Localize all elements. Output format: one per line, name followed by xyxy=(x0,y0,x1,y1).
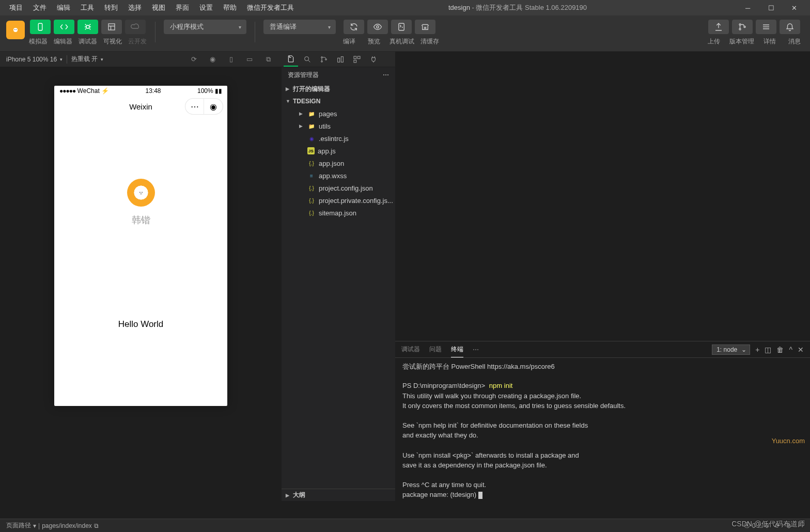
capsule-close-icon[interactable]: ◉ xyxy=(204,99,223,114)
wifi-icon: ⚡ xyxy=(101,87,109,95)
tree-item-utils[interactable]: ▶📁utils xyxy=(282,120,395,132)
debug-icon[interactable] xyxy=(333,52,348,67)
hotreload-select[interactable]: 热重载 开 xyxy=(71,55,103,64)
menu-帮助[interactable]: 帮助 xyxy=(218,1,242,14)
device-bar: iPhone 5 100% 16 热重载 开 ⟳ ◉ ▯ ▭ ⧉ xyxy=(0,52,282,67)
menu-设置[interactable]: 设置 xyxy=(194,1,218,14)
explorer-panel: 资源管理器 ⋯ ▶打开的编辑器 ▼TDESIGN ▶📁pages▶📁utils◉… xyxy=(282,52,395,501)
undock-icon[interactable]: ⧉ xyxy=(261,53,275,66)
tab-debugger[interactable]: 调试器 xyxy=(401,342,420,357)
svg-point-10 xyxy=(744,26,745,28)
maximize-terminal-icon[interactable]: ^ xyxy=(789,346,792,354)
debugger-label: 调试器 xyxy=(79,37,97,46)
git-icon[interactable] xyxy=(317,52,331,67)
upload-button[interactable] xyxy=(708,20,729,34)
menu-界面[interactable]: 界面 xyxy=(170,1,194,14)
svg-rect-22 xyxy=(354,60,356,62)
clearcache-button[interactable] xyxy=(415,20,435,34)
compile-select[interactable]: 普通编译 xyxy=(263,20,336,34)
open-editors-section[interactable]: ▶打开的编辑器 xyxy=(282,83,395,95)
phone-title: Weixin xyxy=(129,102,152,111)
refresh-icon[interactable]: ⟳ xyxy=(186,53,201,66)
project-section[interactable]: ▼TDESIGN xyxy=(282,95,395,107)
main-toolbar: 模拟器 编辑器 调试器 可视化 云开发 小程序模式 普通编译 编译 预览 真机调… xyxy=(0,15,810,52)
version-button[interactable] xyxy=(732,20,753,34)
tree-item-.eslintrc.js[interactable]: ◉.eslintrc.js xyxy=(282,132,395,145)
svg-point-8 xyxy=(739,24,741,25)
mobile-icon[interactable]: ▯ xyxy=(224,53,238,66)
editor-button[interactable] xyxy=(54,20,74,34)
tree-item-project.config.json[interactable]: {.}project.config.json xyxy=(282,182,395,194)
tree-item-app.wxss[interactable]: ≡app.wxss xyxy=(282,169,395,182)
svg-rect-18 xyxy=(338,58,340,62)
menu-工具[interactable]: 工具 xyxy=(75,1,99,14)
tab-terminal[interactable]: 终端 xyxy=(451,342,463,357)
hello-text: Hello World xyxy=(118,319,164,330)
capsule-menu-icon[interactable]: ⋯ xyxy=(185,99,204,114)
cloud-button[interactable] xyxy=(125,20,146,34)
files-icon[interactable] xyxy=(284,52,298,67)
visualize-label: 可视化 xyxy=(103,37,122,46)
file-tree: ▶📁pages▶📁utils◉.eslintrc.jsJSapp.js{.}ap… xyxy=(282,107,395,489)
trash-icon[interactable]: 🗑 xyxy=(776,346,784,354)
menu-编辑[interactable]: 编辑 xyxy=(52,1,75,14)
window-controls: ─ ☐ ✕ xyxy=(736,0,806,15)
phone-frame: ●●●●● WeChat ⚡ 13:48 100% ▮▮ Weixin ⋯ ◉ … xyxy=(54,86,227,406)
tablet-icon[interactable]: ▭ xyxy=(242,53,257,66)
tree-item-app.json[interactable]: {.}app.json xyxy=(282,157,395,169)
svg-point-12 xyxy=(139,192,141,193)
simulator-panel: ●●●●● WeChat ⚡ 13:48 100% ▮▮ Weixin ⋯ ◉ … xyxy=(0,67,282,406)
svg-rect-21 xyxy=(357,56,360,59)
close-terminal-icon[interactable]: ✕ xyxy=(798,346,804,354)
preview-button[interactable] xyxy=(367,20,388,34)
watermark-yuucn: Yuucn.com xyxy=(772,437,805,445)
avatar-icon[interactable] xyxy=(127,179,155,207)
device-select[interactable]: iPhone 5 100% 16 xyxy=(6,56,63,63)
tree-item-project.private.config.js...[interactable]: {.}project.private.config.js... xyxy=(282,194,395,207)
more-icon[interactable]: ⋯ xyxy=(383,71,389,79)
svg-rect-7 xyxy=(399,23,404,30)
menu-转到[interactable]: 转到 xyxy=(99,1,123,14)
message-button[interactable] xyxy=(780,20,800,34)
new-terminal-icon[interactable]: + xyxy=(755,346,759,354)
extensions-icon[interactable] xyxy=(350,52,364,67)
compile-button[interactable] xyxy=(344,20,364,34)
minimize-button[interactable]: ─ xyxy=(736,0,759,15)
page-path[interactable]: 页面路径▾ | pages/index/index ⧉ xyxy=(6,521,99,530)
plugin-icon[interactable] xyxy=(366,52,381,67)
titlebar: 项目文件编辑工具转到选择视图界面设置帮助微信开发者工具 tdesign - 微信… xyxy=(0,0,810,15)
menu-文件[interactable]: 文件 xyxy=(28,1,52,14)
close-button[interactable]: ✕ xyxy=(783,0,806,15)
explorer-header: 资源管理器 ⋯ xyxy=(282,67,395,83)
record-icon[interactable]: ◉ xyxy=(205,53,220,66)
more-tabs-icon[interactable]: ⋯ xyxy=(473,343,479,356)
search-icon[interactable] xyxy=(300,52,315,67)
split-terminal-icon[interactable]: ◫ xyxy=(765,346,771,354)
visualize-button[interactable] xyxy=(101,20,122,34)
menu-视图[interactable]: 视图 xyxy=(147,1,170,14)
simulator-button[interactable] xyxy=(30,20,51,34)
terminal-output[interactable]: 尝试新的跨平台 PowerShell https://aka.ms/pscore… xyxy=(395,358,810,501)
mode-select[interactable]: 小程序模式 xyxy=(164,20,246,34)
maximize-button[interactable]: ☐ xyxy=(759,0,783,15)
svg-point-6 xyxy=(377,26,379,28)
menu-项目[interactable]: 项目 xyxy=(4,1,28,14)
tree-item-app.js[interactable]: JSapp.js xyxy=(282,145,395,157)
status-bar: 页面路径▾ | pages/index/index ⧉ ⓧ 0 ⚠ 0 ⟳ ⊚ … xyxy=(0,519,810,532)
debugger-button[interactable] xyxy=(77,20,98,34)
svg-rect-5 xyxy=(108,24,115,30)
editor-panel: 调试器 问题 终端 ⋯ 1: node + ◫ 🗑 ^ ✕ 尝试新的跨平台 Po… xyxy=(395,52,810,501)
outline-section[interactable]: ▶大纲 xyxy=(282,489,395,501)
realdevice-button[interactable] xyxy=(391,20,412,34)
tree-item-sitemap.json[interactable]: {.}sitemap.json xyxy=(282,207,395,219)
editor-empty xyxy=(395,52,810,341)
window-title: tdesign - 微信开发者工具 Stable 1.06.2209190 xyxy=(299,3,736,12)
svg-point-14 xyxy=(305,56,309,60)
menu-微信开发者工具[interactable]: 微信开发者工具 xyxy=(242,1,299,14)
menu-选择[interactable]: 选择 xyxy=(123,1,147,14)
tree-item-pages[interactable]: ▶📁pages xyxy=(282,107,395,120)
tab-problems[interactable]: 问题 xyxy=(429,342,442,357)
username-label: 韩锴 xyxy=(132,214,150,226)
detail-button[interactable] xyxy=(756,20,776,34)
terminal-select[interactable]: 1: node xyxy=(712,345,750,355)
